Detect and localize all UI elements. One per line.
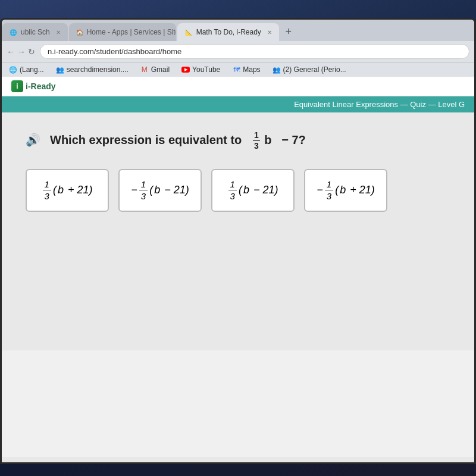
back-button[interactable]: ← <box>7 47 15 57</box>
choice-b-var: b <box>154 184 160 196</box>
forward-button[interactable]: → <box>17 47 26 57</box>
reload-button[interactable]: ↻ <box>28 47 35 57</box>
address-bar[interactable]: n.i-ready.com/student/dashboard/home <box>40 44 469 59</box>
tab-public-school[interactable]: 🌐 ublic Sch ✕ <box>2 23 68 41</box>
tab-close-1[interactable]: ✕ <box>56 29 61 36</box>
teal-banner: Equivalent Linear Expressions — Quiz — L… <box>2 96 474 112</box>
choice-c[interactable]: 1 3 (b − 21) <box>211 169 295 212</box>
question-fraction: 1 3 <box>253 130 260 151</box>
choice-c-frac: 1 3 <box>228 178 237 202</box>
question-text-after: − 7? <box>281 133 306 146</box>
youtube-icon: ▶ <box>181 65 190 74</box>
monitor-frame: 🌐 ublic Sch ✕ 🏠 Home - Apps | Services |… <box>0 18 476 464</box>
q-frac-num: 1 <box>253 130 260 141</box>
iready-header: i i-Ready <box>2 77 474 96</box>
choice-c-num: 1 <box>228 178 237 191</box>
page-content: i i-Ready Equivalent Linear Expressions … <box>2 77 474 457</box>
tab-label-1: ublic Sch <box>21 28 50 36</box>
choice-b-num: 1 <box>139 178 148 191</box>
bookmark-searchdimension[interactable]: 👥 searchdimension.... <box>54 64 131 75</box>
bookmark-gmail-label: Gmail <box>151 65 170 74</box>
bookmark-gmail[interactable]: M Gmail <box>138 64 172 75</box>
lang-icon: 🌐 <box>9 65 17 74</box>
choice-c-var: b <box>243 184 249 196</box>
new-tab-button[interactable]: + <box>280 23 297 40</box>
bookmark-youtube-label: YouTube <box>192 65 220 74</box>
iready-logo-icon: i <box>11 80 23 92</box>
speaker-icon[interactable]: 🔊 <box>26 133 40 147</box>
question-variable: b <box>264 133 271 146</box>
choice-d[interactable]: − 1 3 (b + 21) <box>304 169 387 212</box>
bookmark-lang-label: (Lang... <box>20 65 44 74</box>
tab-bar: 🌐 ublic Sch ✕ 🏠 Home - Apps | Services |… <box>2 20 474 41</box>
address-bar-row: ← → ↻ n.i-ready.com/student/dashboard/ho… <box>2 41 474 62</box>
maps-icon: 🗺 <box>232 65 240 74</box>
tab-home-apps[interactable]: 🏠 Home - Apps | Services | Sites ✕ <box>69 23 176 41</box>
choice-a-num: 1 <box>43 178 51 191</box>
tab-close-3[interactable]: ✕ <box>267 29 272 36</box>
screen: 🌐 ublic Sch ✕ 🏠 Home - Apps | Services |… <box>2 20 474 462</box>
tab-icon-home: 🏠 <box>76 28 83 36</box>
choice-b-frac: 1 3 <box>139 178 148 202</box>
choice-d-expr: − 1 3 (b + 21) <box>317 178 374 202</box>
question-text-before: Which expression is equivalent to <box>50 133 242 146</box>
bookmarks-bar: 🌐 (Lang... 👥 searchdimension.... M Gmail… <box>2 62 474 77</box>
teams-icon: 👥 <box>56 65 64 74</box>
choices-row: 1 3 (b + 21) − 1 3 ( <box>26 169 450 212</box>
quiz-area: 🔊 Which expression is equivalent to 1 3 … <box>2 112 474 350</box>
tab-math-iready[interactable]: 📐 Math To Do, i-Ready ✕ <box>177 23 279 41</box>
tab-label-2: Home - Apps | Services | Sites <box>87 28 176 36</box>
question-text: Which expression is equivalent to 1 3 b … <box>50 130 306 151</box>
choice-a-var: b <box>58 184 64 196</box>
iready-logo-text: i-Ready <box>26 82 56 91</box>
choice-d-den: 3 <box>325 190 333 202</box>
bookmark-general[interactable]: 👥 (2) General (Perio... <box>270 64 349 75</box>
gmail-icon: M <box>140 65 149 74</box>
choice-a[interactable]: 1 3 (b + 21) <box>26 169 109 212</box>
browser-chrome: 🌐 ublic Sch ✕ 🏠 Home - Apps | Services |… <box>2 20 474 77</box>
choice-b[interactable]: − 1 3 (b − 21) <box>118 169 202 212</box>
bookmark-maps[interactable]: 🗺 Maps <box>230 64 262 75</box>
choice-d-frac: 1 3 <box>325 178 333 202</box>
choice-a-den: 3 <box>43 190 51 202</box>
address-text: n.i-ready.com/student/dashboard/home <box>48 47 181 56</box>
tab-label-3: Math To Do, i-Ready <box>196 28 261 36</box>
bookmark-search-label: searchdimension.... <box>67 65 129 74</box>
teams2-icon: 👥 <box>273 65 281 74</box>
tab-icon-iready: 📐 <box>184 28 193 36</box>
choice-a-frac: 1 3 <box>43 178 51 202</box>
choice-c-den: 3 <box>228 190 237 202</box>
choice-d-var: b <box>340 184 346 196</box>
choice-c-expr: 1 3 (b − 21) <box>228 178 278 202</box>
bookmark-youtube[interactable]: ▶ YouTube <box>179 64 223 75</box>
q-frac-den: 3 <box>253 141 260 151</box>
bookmark-maps-label: Maps <box>243 65 260 74</box>
nav-buttons: ← → ↻ <box>7 47 35 57</box>
choice-b-den: 3 <box>139 190 148 202</box>
bookmark-general-label: (2) General (Perio... <box>283 65 346 74</box>
tab-icon-globe: 🌐 <box>9 28 17 36</box>
iready-logo: i i-Ready <box>11 80 56 92</box>
choice-d-num: 1 <box>325 178 333 191</box>
choice-b-expr: − 1 3 (b − 21) <box>131 178 189 202</box>
question-row: 🔊 Which expression is equivalent to 1 3 … <box>26 130 450 151</box>
bookmark-lang[interactable]: 🌐 (Lang... <box>7 64 46 75</box>
choice-a-expr: 1 3 (b + 21) <box>42 178 93 202</box>
banner-text: Equivalent Linear Expressions — Quiz — L… <box>294 100 465 109</box>
